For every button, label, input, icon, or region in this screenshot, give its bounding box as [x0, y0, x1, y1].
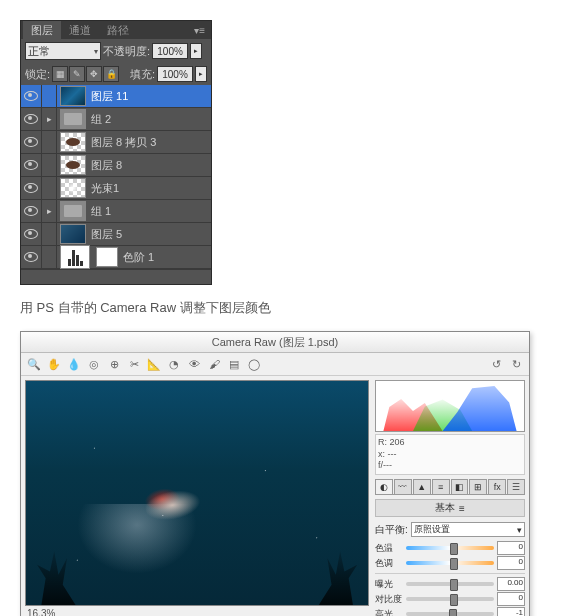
slider-label: 色调: [375, 557, 403, 570]
slider-track[interactable]: [406, 612, 494, 616]
layer-thumb: [60, 155, 86, 175]
grad-filter-icon[interactable]: ▤: [227, 357, 241, 371]
settings-sidebar: R: 206 x: --- f/--- ◐ 〰 ▲ ≡ ◧ ⊞ fx ☰ 基本≡…: [371, 376, 529, 616]
blend-mode-select[interactable]: 正常▾: [25, 42, 101, 60]
layer-row[interactable]: 图层 5: [21, 223, 211, 246]
visibility-icon[interactable]: [24, 229, 38, 239]
layer-row[interactable]: 图层 11: [21, 85, 211, 108]
slider-label: 色温: [375, 542, 403, 555]
radial-filter-icon[interactable]: ◯: [247, 357, 261, 371]
folder-thumb: [60, 109, 86, 129]
folder-thumb: [60, 201, 86, 221]
layer-name: 光束1: [89, 181, 119, 196]
slider-thumb[interactable]: [450, 594, 458, 606]
layer-row[interactable]: 光束1: [21, 177, 211, 200]
visibility-icon[interactable]: [24, 252, 38, 262]
zoom-tool-icon[interactable]: 🔍: [27, 357, 41, 371]
panel-menu-icon[interactable]: ▾≡: [190, 25, 209, 36]
blend-opacity-row: 正常▾ 不透明度: 100% ▸: [21, 39, 211, 63]
color-sampler-icon[interactable]: ◎: [87, 357, 101, 371]
adjustment-thumb: [60, 245, 90, 269]
layer-name: 色阶 1: [121, 250, 154, 265]
slider-track[interactable]: [406, 561, 494, 565]
tab-basic-icon[interactable]: ◐: [375, 479, 393, 494]
layer-row[interactable]: 图层 8 拷贝 3: [21, 131, 211, 154]
rotate-ccw-icon[interactable]: ↺: [489, 357, 503, 371]
spot-removal-icon[interactable]: ◔: [167, 357, 181, 371]
layer-name: 图层 5: [89, 227, 122, 242]
tab-curve-icon[interactable]: 〰: [394, 479, 412, 494]
slider-row: 对比度0: [375, 592, 525, 606]
fill-value[interactable]: 100%: [157, 66, 193, 82]
layer-thumb: [60, 86, 86, 106]
dialog-title: Camera Raw (图层 1.psd): [21, 332, 529, 353]
slider-row: 曝光0.00: [375, 577, 525, 591]
link-col: [42, 85, 57, 107]
target-adjust-icon[interactable]: ⊕: [107, 357, 121, 371]
opacity-flyout[interactable]: ▸: [190, 43, 202, 59]
slider-thumb[interactable]: [449, 609, 457, 616]
layer-row[interactable]: ▸ 组 1: [21, 200, 211, 223]
tab-lens-icon[interactable]: ⊞: [469, 479, 487, 494]
straighten-icon[interactable]: 📐: [147, 357, 161, 371]
slider-value[interactable]: 0.00: [497, 577, 525, 591]
rotate-cw-icon[interactable]: ↻: [509, 357, 523, 371]
histogram: [375, 380, 525, 432]
tab-presets-icon[interactable]: ☰: [507, 479, 525, 494]
tab-split-icon[interactable]: ◧: [451, 479, 469, 494]
fill-flyout[interactable]: ▸: [195, 66, 207, 82]
panel-tabs: 图层 通道 路径 ▾≡: [21, 21, 211, 39]
tab-hsl-icon[interactable]: ≡: [432, 479, 450, 494]
layer-row[interactable]: 图层 8: [21, 154, 211, 177]
slider-row: 色温0: [375, 541, 525, 555]
zoom-level[interactable]: 16.3%: [25, 606, 367, 616]
visibility-icon[interactable]: [24, 114, 38, 124]
slider-track[interactable]: [406, 582, 494, 586]
expand-arrow-icon[interactable]: ▸: [45, 114, 54, 124]
settings-tabs: ◐ 〰 ▲ ≡ ◧ ⊞ fx ☰: [375, 479, 525, 495]
slider-track[interactable]: [406, 597, 494, 601]
layer-row[interactable]: 色阶 1: [21, 246, 211, 269]
slider-value[interactable]: 0: [497, 541, 525, 555]
wb-select[interactable]: 原照设置▾: [411, 522, 525, 537]
crop-tool-icon[interactable]: ✂: [127, 357, 141, 371]
visibility-icon[interactable]: [24, 183, 38, 193]
preview-image[interactable]: [25, 380, 369, 606]
slider-value[interactable]: 0: [497, 556, 525, 570]
lock-transparent-icon[interactable]: ▦: [52, 66, 68, 82]
lock-label: 锁定:: [25, 67, 50, 82]
tab-layers[interactable]: 图层: [23, 21, 61, 40]
redeye-icon[interactable]: 👁: [187, 357, 201, 371]
lock-position-icon[interactable]: ✥: [86, 66, 102, 82]
tab-detail-icon[interactable]: ▲: [413, 479, 431, 494]
adjustment-brush-icon[interactable]: 🖌: [207, 357, 221, 371]
slider-thumb[interactable]: [450, 579, 458, 591]
slider-label: 曝光: [375, 578, 403, 591]
camera-raw-dialog: Camera Raw (图层 1.psd) 🔍 ✋ 💧 ◎ ⊕ ✂ 📐 ◔ 👁 …: [20, 331, 530, 616]
hand-tool-icon[interactable]: ✋: [47, 357, 61, 371]
slider-value[interactable]: -1: [497, 607, 525, 616]
slider-row: 高光-1: [375, 607, 525, 616]
layer-name: 图层 8: [89, 158, 122, 173]
slider-track[interactable]: [406, 546, 494, 550]
slider-label: 高光: [375, 608, 403, 616]
tab-paths[interactable]: 路径: [99, 21, 137, 40]
opacity-value[interactable]: 100%: [152, 43, 188, 59]
slider-thumb[interactable]: [450, 543, 458, 555]
expand-arrow-icon[interactable]: ▸: [45, 206, 54, 216]
layer-row[interactable]: ▸ 组 2: [21, 108, 211, 131]
layer-name: 图层 8 拷贝 3: [89, 135, 156, 150]
preview-area: 16.3%: [21, 376, 371, 616]
visibility-icon[interactable]: [24, 91, 38, 101]
wb-tool-icon[interactable]: 💧: [67, 357, 81, 371]
visibility-icon[interactable]: [24, 137, 38, 147]
tab-channels[interactable]: 通道: [61, 21, 99, 40]
slider-label: 对比度: [375, 593, 403, 606]
slider-value[interactable]: 0: [497, 592, 525, 606]
tab-fx-icon[interactable]: fx: [488, 479, 506, 494]
lock-pixels-icon[interactable]: ✎: [69, 66, 85, 82]
visibility-icon[interactable]: [24, 206, 38, 216]
visibility-icon[interactable]: [24, 160, 38, 170]
slider-thumb[interactable]: [450, 558, 458, 570]
lock-all-icon[interactable]: 🔒: [103, 66, 119, 82]
